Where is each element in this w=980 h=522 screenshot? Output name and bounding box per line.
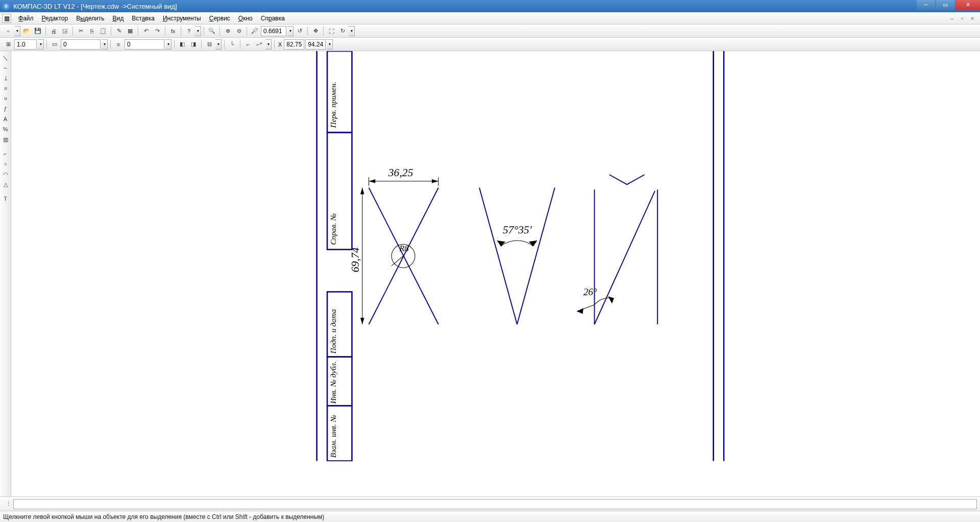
zoom-dropdown[interactable]: ▾ <box>287 26 293 36</box>
coord-dropdown[interactable]: ▾ <box>327 39 333 50</box>
copy-props-icon[interactable]: ▦ <box>125 26 135 36</box>
help-dropdown[interactable]: ▾ <box>195 26 201 36</box>
layer-icon[interactable]: ≡ <box>113 39 124 50</box>
cmd-handle-icon[interactable]: ⋮ <box>3 499 13 509</box>
workspace: ＼ ↔ Ʇ ⌗ ⌗ ƒ А % ▥ ⌐ ○ ◠ △ T Перв. примен… <box>0 51 980 496</box>
designations-icon[interactable]: Ʇ <box>1 74 10 83</box>
grid-dropdown[interactable]: ▾ <box>215 39 222 50</box>
menu-view[interactable]: Вид <box>109 13 128 23</box>
mdi-close-button[interactable]: × <box>969 15 976 21</box>
minimize-button[interactable]: ─ <box>917 0 935 10</box>
color-icon[interactable]: ◧ <box>177 39 187 50</box>
redo-icon[interactable]: ↷ <box>152 26 162 36</box>
edit-icon[interactable]: ⌗ <box>1 94 10 103</box>
color2-icon[interactable]: ◨ <box>188 39 199 50</box>
paste-icon[interactable]: 📋 <box>98 26 108 36</box>
pan-icon[interactable]: ✥ <box>310 26 321 36</box>
menu-select[interactable]: Выделить <box>72 13 108 23</box>
select-tool-icon[interactable]: % <box>1 125 10 134</box>
help-context-icon[interactable]: ? <box>184 26 194 36</box>
new-doc-icon[interactable]: ▫ <box>3 26 13 36</box>
zoom-in-icon[interactable]: ⊕ <box>223 26 233 36</box>
stamp-2: Справ. № <box>329 213 337 245</box>
drawing-svg: Перв. примен. Справ. № Подп. и дата Инв.… <box>11 51 980 461</box>
measure-icon[interactable]: А <box>1 114 10 124</box>
build-icon[interactable]: ⌗ <box>1 84 10 93</box>
zoom-window-icon[interactable]: 🔍 <box>207 26 217 36</box>
command-bar: ⋮ <box>0 496 980 511</box>
svg-line-27 <box>595 191 655 324</box>
properties-icon[interactable]: ✎ <box>114 26 124 36</box>
view-dropdown[interactable]: ▾ <box>349 26 355 36</box>
text-tool-icon[interactable]: T <box>1 194 10 203</box>
stamp-5: Взам. инв. № <box>329 415 337 458</box>
mdi-minimize-button[interactable]: – <box>948 15 955 21</box>
step-dropdown[interactable]: ▾ <box>38 39 44 50</box>
grid-icon[interactable]: ⊟ <box>204 39 214 50</box>
new-doc-dropdown[interactable]: ▾ <box>14 26 20 36</box>
svg-marker-24 <box>529 241 537 246</box>
save-icon[interactable]: 💾 <box>33 26 43 36</box>
svg-line-21 <box>479 188 517 324</box>
coord-y-input[interactable] <box>305 39 326 50</box>
statusbar: Щелкните левой кнопкой мыши на объекте д… <box>0 511 980 522</box>
zoom-scale-icon[interactable]: 🔎 <box>250 26 260 36</box>
step-input[interactable] <box>14 39 37 50</box>
geometry-icon[interactable]: ＼ <box>1 53 10 62</box>
document-icon[interactable]: ▦ <box>2 14 11 23</box>
window-controls: ─ ▭ ✕ <box>917 0 980 12</box>
redraw-icon[interactable]: ↻ <box>337 26 348 36</box>
snap-dropdown[interactable]: ▾ <box>265 39 272 50</box>
layer-input[interactable] <box>125 39 164 50</box>
dimensions-icon[interactable]: ↔ <box>1 63 10 73</box>
circle-tool-icon[interactable]: ○ <box>1 159 10 169</box>
dim-width: 36,25 <box>388 167 413 179</box>
arc-tool-icon[interactable]: ◠ <box>1 170 10 179</box>
mdi-restore-button[interactable]: ▫ <box>959 15 966 21</box>
zoom-prev-icon[interactable]: ↺ <box>295 26 305 36</box>
undo-icon[interactable]: ↶ <box>141 26 151 36</box>
menu-window[interactable]: Окно <box>234 13 257 23</box>
step-icon[interactable]: ⊞ <box>3 39 13 50</box>
svg-marker-16 <box>360 188 364 195</box>
menu-tools[interactable]: Инструменты <box>159 13 205 23</box>
command-input[interactable] <box>13 499 977 509</box>
snap-local-icon[interactable]: ⌐ <box>243 39 253 50</box>
menu-service[interactable]: Сервис <box>205 13 234 23</box>
zoom-input[interactable] <box>261 26 286 36</box>
menu-insert[interactable]: Вставка <box>128 13 159 23</box>
state-dropdown[interactable]: ▾ <box>102 39 108 50</box>
maximize-button[interactable]: ▭ <box>936 0 954 10</box>
canvas[interactable]: Перв. примен. Справ. № Подп. и дата Инв.… <box>11 51 980 496</box>
dim-height: 69,74 <box>349 247 361 272</box>
menu-file[interactable]: Файл <box>14 13 38 23</box>
state-icon[interactable]: ▭ <box>50 39 60 50</box>
snap-global-icon[interactable]: ⌐* <box>254 39 264 50</box>
close-button[interactable]: ✕ <box>955 0 980 10</box>
print-icon[interactable]: 🖨 <box>48 26 59 36</box>
app-icon: К <box>2 2 10 10</box>
coord-x-label: X <box>277 41 283 48</box>
coord-x-input[interactable] <box>284 39 304 50</box>
cut-icon[interactable]: ✂ <box>76 26 86 36</box>
layer-dropdown[interactable]: ▾ <box>165 39 172 50</box>
poly-tool-icon[interactable]: △ <box>1 180 10 189</box>
ortho-icon[interactable]: └ <box>227 39 237 50</box>
params-icon[interactable]: ƒ <box>1 104 10 113</box>
menu-help[interactable]: Справка <box>257 13 289 23</box>
spec-icon[interactable]: ▥ <box>1 135 10 144</box>
menu-edit[interactable]: Редактор <box>38 13 72 23</box>
preview-icon[interactable]: ◲ <box>60 26 70 36</box>
open-icon[interactable]: 📂 <box>21 26 32 36</box>
svg-marker-17 <box>360 318 364 324</box>
svg-line-22 <box>517 188 555 324</box>
variables-icon[interactable]: fx <box>168 26 178 36</box>
svg-marker-23 <box>497 241 506 246</box>
menubar: ▦ Файл Редактор Выделить Вид Вставка Инс… <box>0 12 980 25</box>
zoom-fit-icon[interactable]: ⛶ <box>326 26 336 36</box>
stamp-3: Подп. и дата <box>329 309 337 354</box>
line-tool-icon[interactable]: ⌐ <box>1 149 10 158</box>
state-input[interactable] <box>61 39 101 50</box>
zoom-out-icon[interactable]: ⊖ <box>234 26 244 36</box>
copy-icon[interactable]: ⎘ <box>87 26 97 36</box>
